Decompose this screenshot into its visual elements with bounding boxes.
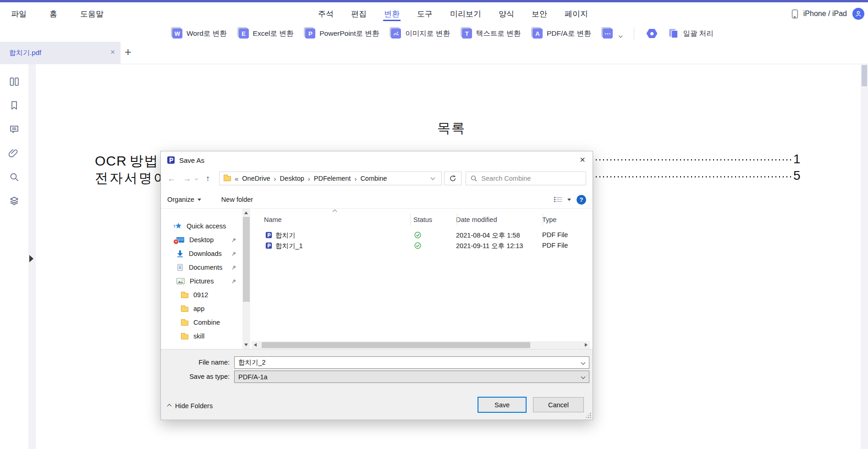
nav-pane-scrollbar[interactable]: [242, 209, 250, 349]
account-avatar[interactable]: [852, 8, 864, 20]
save-button[interactable]: Save: [478, 397, 527, 413]
view-list-icon[interactable]: [554, 196, 562, 203]
cancel-button[interactable]: Cancel: [533, 397, 584, 412]
column-divider[interactable]: [457, 213, 457, 225]
device-label[interactable]: iPhone / iPad: [803, 10, 847, 18]
menu-edit[interactable]: 편집: [350, 7, 368, 21]
column-divider[interactable]: [410, 213, 411, 225]
file-name-input[interactable]: [234, 356, 589, 369]
convert-to-text-button[interactable]: T 텍스트로 변환: [462, 28, 521, 39]
breadcrumb-prefix: «: [235, 175, 238, 183]
breadcrumb-combine[interactable]: Combine: [360, 175, 387, 182]
tab-bar: 합치기.pdf × +: [0, 42, 868, 64]
menu-preview[interactable]: 미리보기: [449, 7, 482, 21]
view-dropdown-chevron-icon[interactable]: [567, 199, 571, 201]
up-arrow-icon[interactable]: ↑: [206, 174, 210, 183]
bookmarks-icon[interactable]: [8, 100, 20, 111]
file-list-hscrollbar[interactable]: [252, 341, 590, 349]
pictures-icon: [176, 278, 185, 284]
refresh-button[interactable]: [444, 172, 461, 185]
pin-icon: [231, 237, 237, 243]
thumbnails-icon[interactable]: [8, 76, 20, 88]
column-divider[interactable]: [543, 213, 543, 225]
toc-entry-1: OCR방법·: [95, 152, 165, 171]
sort-ascending-icon[interactable]: [333, 210, 337, 214]
hide-folders-label: Hide Folders: [175, 402, 213, 410]
scroll-up-arrow[interactable]: [244, 211, 248, 214]
menu-file[interactable]: 파일: [10, 7, 27, 21]
nav-item-combine[interactable]: Combine: [161, 316, 242, 329]
batch-process-button[interactable]: 일괄 처리: [669, 29, 713, 39]
document-heading: 목록: [431, 119, 472, 138]
address-dropdown-chevron-icon[interactable]: [431, 176, 435, 180]
scroll-down-arrow[interactable]: [244, 344, 248, 346]
folder-icon: [224, 176, 231, 181]
layers-icon[interactable]: [8, 195, 20, 207]
hide-folders-button[interactable]: Hide Folders: [168, 402, 213, 410]
new-tab-button[interactable]: +: [125, 45, 132, 59]
file-row[interactable]: 합치기 2021-08-04 오후 1:58 PDF File: [250, 230, 593, 241]
forward-arrow-icon[interactable]: →: [183, 174, 191, 183]
convert-to-excel-button[interactable]: E Excel로 변환: [239, 28, 294, 39]
nav-item-pictures[interactable]: Pictures: [161, 274, 242, 288]
document-tab[interactable]: 합치기.pdf ×: [0, 42, 121, 64]
toolbar-right: ?: [554, 195, 586, 205]
menu-page[interactable]: 페이지: [564, 7, 589, 21]
back-arrow-icon[interactable]: ←: [167, 174, 176, 183]
nav-item-desktop[interactable]: × Desktop: [161, 233, 242, 247]
phone-icon: [792, 10, 798, 18]
column-header-date[interactable]: Date modified: [456, 216, 497, 223]
scroll-left-arrow[interactable]: [254, 343, 257, 347]
more-tools-button[interactable]: ⋯: [603, 28, 622, 39]
comments-icon[interactable]: [8, 123, 20, 135]
nav-item-app[interactable]: app: [161, 302, 242, 316]
scrollbar-thumb[interactable]: [243, 217, 250, 302]
convert-to-pdfa-button[interactable]: A PDF/A로 변환: [533, 28, 591, 39]
save-type-select[interactable]: PDF/A-1a: [234, 371, 589, 383]
column-header-status[interactable]: Status: [413, 216, 432, 223]
menu-home[interactable]: 홈: [49, 7, 58, 21]
breadcrumb-pdfelement[interactable]: PDFelement: [314, 175, 351, 182]
menu-protect[interactable]: 보안: [531, 7, 548, 21]
hexagon-tool-button[interactable]: [646, 29, 657, 38]
history-chevron-icon[interactable]: [195, 177, 198, 180]
search-icon[interactable]: [8, 171, 20, 183]
nav-item-downloads[interactable]: Downloads: [161, 247, 242, 261]
menu-help[interactable]: 도움말: [79, 7, 104, 21]
organize-button[interactable]: Organize: [167, 196, 201, 203]
nav-item-0912[interactable]: 0912: [161, 288, 242, 302]
dialog-close-icon[interactable]: ×: [580, 155, 585, 165]
scroll-right-arrow[interactable]: [585, 343, 588, 347]
breadcrumb-onedrive[interactable]: OneDrive: [242, 175, 270, 182]
scrollbar-thumb[interactable]: [862, 65, 867, 86]
chevron-down-icon: [198, 199, 201, 201]
help-button[interactable]: ?: [577, 195, 586, 205]
tab-close-icon[interactable]: ×: [110, 48, 115, 57]
file-name: 합치기_1: [275, 242, 303, 250]
menu-tools[interactable]: 도구: [416, 7, 434, 21]
scrollbar-thumb[interactable]: [262, 342, 530, 348]
nav-item-quick-access[interactable]: Quick access: [161, 219, 242, 233]
resize-grip[interactable]: [586, 413, 591, 418]
nav-item-documents[interactable]: Documents: [161, 261, 242, 274]
menu-convert[interactable]: 변환: [383, 7, 401, 21]
panel-expand-arrow[interactable]: [29, 255, 33, 262]
new-folder-button[interactable]: New folder: [221, 196, 253, 203]
convert-to-image-button[interactable]: 이미지로 변환: [391, 28, 450, 39]
menu-comment[interactable]: 주석: [317, 7, 335, 21]
breadcrumb-desktop[interactable]: Desktop: [280, 175, 304, 182]
dialog-title-bar[interactable]: Save As: [161, 151, 593, 169]
convert-to-word-button[interactable]: W Word로 변환: [172, 28, 227, 39]
nav-label: Combine: [193, 319, 220, 326]
search-box[interactable]: Search Combine: [466, 172, 586, 185]
file-row[interactable]: 합치기_1 2021-09-11 오후 12:13 PDF File: [250, 241, 593, 251]
convert-to-powerpoint-button[interactable]: P PowerPoint로 변환: [305, 28, 379, 39]
column-header-type[interactable]: Type: [542, 216, 556, 223]
document-scrollbar[interactable]: [861, 64, 868, 449]
column-header-name[interactable]: Name: [264, 216, 282, 223]
nav-item-skill[interactable]: skill: [161, 329, 242, 343]
attachments-icon[interactable]: [8, 147, 20, 159]
menu-form[interactable]: 양식: [498, 7, 515, 21]
address-breadcrumb[interactable]: « OneDrive › Desktop › PDFelement › Comb…: [219, 172, 442, 185]
pin-icon: [231, 265, 237, 270]
